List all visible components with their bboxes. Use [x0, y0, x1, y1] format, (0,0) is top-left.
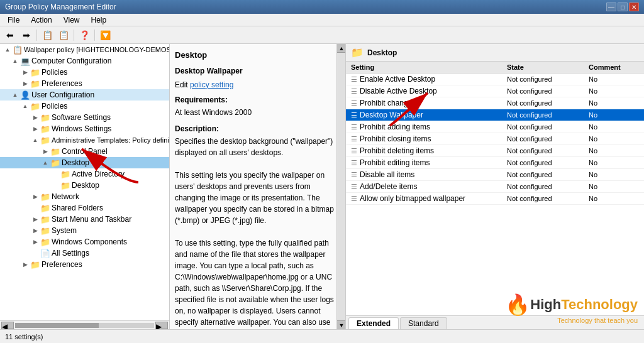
tree-item-system[interactable]: ▶ 📁 System	[0, 225, 169, 236]
setting-row-1[interactable]: ☰ Disable Active Desktop Not configured …	[346, 85, 644, 97]
setting-icon-9: ☰	[351, 183, 357, 191]
setting-comment-3: No	[589, 111, 639, 119]
system-toggle[interactable]: ▶	[30, 226, 40, 236]
admin-templates-toggle[interactable]: ▲	[30, 135, 40, 145]
preferences-1-toggle[interactable]: ▶	[20, 79, 30, 89]
middle-panel-scrollbar[interactable]: ▲ ▼	[336, 44, 345, 329]
computer-config-icon: 💻	[20, 57, 30, 66]
tree-item-network[interactable]: ▶ 📁 Network	[0, 191, 169, 202]
shared-folders-toggle[interactable]	[30, 203, 40, 213]
tree-item-user-config[interactable]: ▲ 👤 User Configuration	[0, 89, 169, 101]
maximize-button[interactable]: □	[618, 3, 628, 11]
network-toggle[interactable]: ▶	[30, 192, 40, 202]
tree-item-windows-settings[interactable]: ▶ 📁 Windows Settings	[0, 123, 169, 134]
setting-row-8[interactable]: ☰ Disable all items Not configured No	[346, 169, 644, 181]
tree-item-control-panel[interactable]: ▶ 📁 Control Panel	[0, 146, 169, 157]
control-panel-toggle[interactable]: ▶	[40, 146, 50, 156]
tree-item-shared-folders[interactable]: 📁 Shared Folders	[0, 202, 169, 214]
close-button[interactable]: ✕	[629, 3, 639, 11]
scroll-up[interactable]: ▲	[337, 44, 346, 53]
all-settings-toggle[interactable]	[30, 248, 40, 258]
setting-comment-8: No	[589, 171, 639, 178]
desktop-sub-toggle[interactable]	[50, 180, 60, 190]
windows-components-toggle[interactable]: ▶	[30, 237, 40, 247]
policies-2-toggle[interactable]: ▲	[20, 101, 30, 111]
setting-state-10: Not configured	[507, 195, 589, 202]
left-panel-scrollbar[interactable]: ◀ ▶	[0, 320, 169, 329]
computer-config-toggle[interactable]: ▲	[10, 56, 20, 66]
setting-row-2[interactable]: ☰ Prohibit changes Not configured No	[346, 97, 644, 109]
tree-root[interactable]: ▲ 📋 Wallpaper policy [HIGHTECHNOLOGY-DEM…	[0, 44, 169, 55]
scrollbar-track[interactable]	[15, 323, 154, 328]
active-directory-toggle[interactable]	[50, 169, 60, 179]
preferences-1-label: Preferences	[42, 79, 82, 88]
policies-1-toggle[interactable]: ▶	[20, 67, 30, 77]
user-config-icon: 👤	[20, 90, 30, 100]
root-icon: 📋	[13, 45, 23, 55]
bottom-tabs: Extended Standard	[346, 315, 644, 329]
setting-icon-7: ☰	[351, 159, 357, 167]
tree-item-admin-templates[interactable]: ▲ 📁 Administrative Templates: Policy def…	[0, 134, 169, 146]
active-directory-icon: 📁	[60, 170, 70, 179]
menu-action[interactable]: Action	[26, 14, 57, 26]
scrollbar-left[interactable]: ◀	[1, 322, 14, 329]
user-config-toggle[interactable]: ▲	[10, 90, 20, 100]
scroll-down[interactable]: ▼	[337, 320, 346, 329]
tree-item-software-settings[interactable]: ▶ 📁 Software Settings	[0, 112, 169, 123]
start-menu-toggle[interactable]: ▶	[30, 214, 40, 224]
filter-button[interactable]: 🔽	[97, 28, 113, 42]
menu-file[interactable]: File	[3, 14, 25, 26]
setting-row-5[interactable]: ☰ Prohibit closing items Not configured …	[346, 133, 644, 145]
root-toggle[interactable]: ▲	[3, 45, 13, 55]
control-panel-icon: 📁	[50, 147, 60, 156]
network-label: Network	[52, 192, 79, 201]
tree-item-policies-1[interactable]: ▶ 📁 Policies	[0, 67, 169, 78]
setting-state-9: Not configured	[507, 183, 589, 190]
software-settings-toggle[interactable]: ▶	[30, 112, 40, 122]
tree-item-policies-2[interactable]: ▲ 📁 Policies	[0, 101, 169, 112]
desktop-label: Desktop	[62, 158, 89, 167]
tree-item-preferences-2[interactable]: ▶ 📁 Preferences	[0, 259, 169, 270]
properties-button[interactable]: 📋	[56, 28, 71, 42]
tree-item-all-settings[interactable]: 📄 All Settings	[0, 248, 169, 259]
setting-state-3: Not configured	[507, 111, 589, 119]
help-button[interactable]: ❓	[77, 28, 92, 42]
tree-item-windows-components[interactable]: ▶ 📁 Windows Components	[0, 236, 169, 248]
scrollbar-right[interactable]: ▶	[155, 322, 168, 329]
setting-row-9[interactable]: ☰ Add/Delete items Not configured No	[346, 181, 644, 193]
tree-item-start-menu[interactable]: ▶ 📁 Start Menu and Taskbar	[0, 214, 169, 225]
tab-standard[interactable]: Standard	[400, 317, 447, 329]
setting-row-0[interactable]: ☰ Enable Active Desktop Not configured N…	[346, 74, 644, 85]
back-button[interactable]: ⬅	[3, 28, 18, 42]
tree-item-preferences-1[interactable]: ▶ 📁 Preferences	[0, 78, 169, 89]
tree-item-desktop-sub[interactable]: 📁 Desktop	[0, 180, 169, 191]
windows-components-icon: 📁	[40, 237, 50, 247]
tree-item-desktop[interactable]: ▲ 📁 Desktop	[0, 157, 169, 168]
windows-settings-toggle[interactable]: ▶	[30, 124, 40, 134]
policy-link[interactable]: policy setting	[190, 80, 233, 89]
preferences-1-icon: 📁	[30, 79, 40, 89]
tree-item-active-directory[interactable]: 📁 Active Directory	[0, 168, 169, 180]
setting-row-3[interactable]: ☰ Desktop Wallpaper Not configured No	[346, 109, 644, 121]
tree-item-computer-config[interactable]: ▲ 💻 Computer Configuration	[0, 55, 169, 67]
tab-extended[interactable]: Extended	[348, 317, 399, 329]
setting-row-10[interactable]: ☰ Allow only bitmapped wallpaper Not con…	[346, 193, 644, 205]
setting-row-4[interactable]: ☰ Prohibit adding items Not configured N…	[346, 121, 644, 133]
setting-comment-4: No	[589, 123, 639, 131]
menu-help[interactable]: Help	[86, 14, 112, 26]
setting-row-6[interactable]: ☰ Prohibit deleting items Not configured…	[346, 145, 644, 157]
setting-icon-3: ☰	[351, 111, 357, 119]
show-hide-button[interactable]: 📋	[40, 28, 55, 42]
preferences-2-toggle[interactable]: ▶	[20, 259, 30, 270]
desktop-toggle[interactable]: ▲	[40, 158, 50, 168]
description-text: Specifies the desktop background ("wallp…	[175, 136, 340, 330]
setting-state-1: Not configured	[507, 87, 589, 95]
forward-button[interactable]: ➡	[19, 28, 34, 42]
col-setting-header: Setting	[351, 63, 507, 71]
setting-row-7[interactable]: ☰ Prohibit editing items Not configured …	[346, 157, 644, 169]
folder-title: Desktop	[367, 48, 397, 57]
menu-view[interactable]: View	[58, 14, 85, 26]
scrollbar-thumb[interactable]	[15, 323, 99, 328]
minimize-button[interactable]: —	[606, 3, 616, 11]
setting-name-0: Enable Active Desktop	[360, 75, 435, 84]
